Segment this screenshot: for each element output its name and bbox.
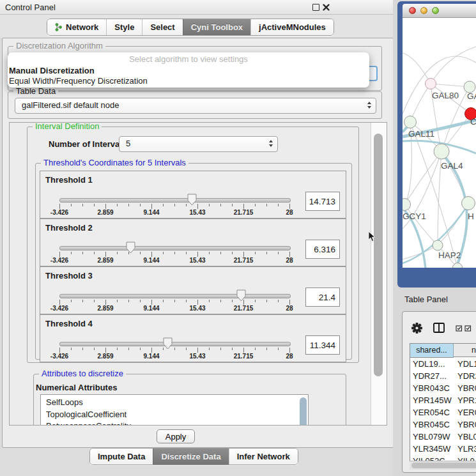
- cell[interactable]: YBR045C: [413, 418, 450, 431]
- popup-option-manual-discretization[interactable]: Manual Discretization: [9, 66, 95, 75]
- popup-option-equal-width-frequency[interactable]: Equal Width/Frequency Discretization: [9, 76, 148, 86]
- cell[interactable]: YBR0: [457, 418, 476, 431]
- slider-thumb[interactable]: [187, 194, 197, 206]
- list-scrollbar[interactable]: [300, 397, 307, 426]
- tab-cyni-toolbox-label: Cyni Toolbox: [191, 22, 243, 32]
- table-row[interactable]: YPR145WYPR1: [410, 394, 476, 406]
- network-icon: [55, 23, 63, 31]
- attributes-group: Attributes to discretize Numerical Attri…: [33, 374, 346, 426]
- threshold-1-value-field[interactable]: 14.713: [305, 192, 340, 211]
- tick-label: 15.43: [189, 209, 205, 216]
- number-of-intervals-combo[interactable]: 5: [119, 136, 278, 152]
- table-panel-box: shared... na YDL19...YDL1 YDR27...YDR2 Y…: [402, 311, 476, 473]
- checkbox-icon[interactable]: [456, 325, 463, 332]
- cell[interactable]: YDR27...: [413, 370, 447, 382]
- close-icon[interactable]: [323, 4, 330, 11]
- slider-track[interactable]: [59, 342, 291, 346]
- bottom-tabs: Impute Data Discretize Data Infer Networ…: [89, 448, 298, 465]
- threshold-2-value-field[interactable]: 6.316: [305, 240, 340, 259]
- checkbox-icon[interactable]: [464, 325, 472, 332]
- tab-impute-data[interactable]: Impute Data: [90, 449, 153, 464]
- close-traffic-light[interactable]: [409, 7, 416, 14]
- thresholds-group-label: Threshold's Coordinates for 5 Intervals: [41, 158, 188, 167]
- slider-ticks: [59, 348, 289, 353]
- threshold-4-value-field[interactable]: 11.344: [305, 335, 340, 355]
- cell[interactable]: YDL1: [457, 358, 476, 370]
- threshold-4-label: Threshold 4: [45, 319, 93, 328]
- table-row[interactable]: YBL079WYBL0: [410, 431, 476, 443]
- slider-track[interactable]: [59, 294, 291, 298]
- tab-jactivemnodules[interactable]: jActiveMNodules: [250, 19, 334, 35]
- network-canvas[interactable]: GAL80 GAL C GAL11 GAL4 GCY1 H HAP2: [403, 18, 476, 268]
- node-gal11[interactable]: [404, 116, 417, 128]
- cell[interactable]: YBL0: [457, 431, 476, 443]
- table-row[interactable]: YBR043CYBR0: [410, 382, 476, 394]
- list-item[interactable]: SelfLoops: [41, 395, 308, 409]
- node-gcy1[interactable]: [403, 199, 411, 211]
- table-row[interactable]: YDL19...YDL1: [410, 358, 476, 370]
- node-hap2[interactable]: [433, 240, 443, 250]
- slider-thumb[interactable]: [236, 289, 246, 302]
- cell[interactable]: YLR345W: [413, 443, 450, 455]
- threshold-1-slider[interactable]: -3.426 2.859 9.144 15.43 21.715 28: [59, 194, 289, 216]
- tick-label: 2.859: [97, 353, 113, 360]
- top-tabs: Network Style Select Cyni Toolbox jActiv…: [47, 19, 334, 36]
- table-data-combo[interactable]: galFiltered.sif default node: [15, 98, 376, 114]
- node-gal80[interactable]: [426, 79, 436, 89]
- label-gal11: GAL11: [408, 129, 434, 139]
- network-window-titlebar[interactable]: [403, 4, 476, 18]
- cell[interactable]: YPR145W: [413, 394, 452, 406]
- tab-cyni-toolbox[interactable]: Cyni Toolbox: [183, 19, 250, 35]
- threshold-3-slider[interactable]: -3.426 2.859 9.144 15.43 21.715 28: [59, 290, 289, 312]
- tab-style[interactable]: Style: [106, 19, 142, 35]
- label-h-cut: H: [468, 211, 474, 221]
- combo-arrows-icon: [269, 140, 273, 147]
- cell[interactable]: YDR2: [457, 370, 476, 382]
- slider-ticks: [59, 204, 289, 209]
- node-gal4[interactable]: [434, 144, 449, 159]
- table-row[interactable]: YDR27...YDR2: [410, 370, 476, 382]
- table-row[interactable]: YLR345WYLR3: [410, 443, 476, 455]
- float-window-icon[interactable]: [312, 4, 319, 11]
- list-item[interactable]: TopologicalCoefficient: [41, 409, 308, 421]
- threshold-2-slider[interactable]: -3.426 2.859 9.144 15.43 21.715 28: [59, 242, 289, 264]
- cell[interactable]: YPR1: [457, 394, 476, 406]
- table-hscrollbar-thumb[interactable]: [411, 463, 476, 468]
- split-columns-icon[interactable]: [433, 323, 445, 333]
- cell[interactable]: YLR3: [457, 443, 476, 455]
- pane-scrollbar-track[interactable]: [371, 123, 387, 425]
- tab-infer-network-label: Infer Network: [237, 452, 290, 461]
- pane-scrollbar-thumb[interactable]: [374, 134, 383, 376]
- minimize-traffic-light[interactable]: [420, 7, 427, 14]
- slider-thumb[interactable]: [163, 337, 173, 349]
- tick-label: 28: [286, 353, 293, 360]
- table-data-label: Table Data: [13, 86, 58, 96]
- node-h-cut[interactable]: [462, 197, 475, 210]
- tick-label: 28: [286, 257, 293, 264]
- cell[interactable]: YBR0: [457, 382, 476, 394]
- tab-select[interactable]: Select: [142, 19, 182, 35]
- zoom-traffic-light[interactable]: [432, 7, 439, 14]
- tab-infer-network[interactable]: Infer Network: [229, 449, 298, 464]
- slider-thumb[interactable]: [126, 242, 135, 254]
- cell[interactable]: YER0: [457, 406, 476, 418]
- apply-button[interactable]: Apply: [157, 429, 195, 443]
- column-header-name[interactable]: na: [454, 344, 476, 357]
- list-item[interactable]: BetweennessCentrality: [41, 420, 308, 426]
- cell[interactable]: YER054C: [413, 406, 450, 418]
- tab-network[interactable]: Network: [47, 19, 106, 35]
- threshold-4-slider[interactable]: -3.426 2.859 9.144 15.43 21.715 28: [59, 338, 289, 360]
- cell[interactable]: YBR043C: [413, 382, 450, 394]
- table-row[interactable]: YBR045CYBR0: [410, 418, 476, 431]
- cell[interactable]: YDL19...: [413, 358, 445, 370]
- table-row[interactable]: YER054CYER0: [410, 406, 476, 418]
- table-hscrollbar-track[interactable]: [410, 461, 476, 470]
- tab-discretize-data[interactable]: Discretize Data: [153, 449, 228, 464]
- slider-track[interactable]: [59, 246, 291, 250]
- gear-icon[interactable]: [411, 323, 422, 334]
- number-of-intervals-value: 5: [126, 139, 130, 148]
- column-header-shared-name[interactable]: shared...: [410, 344, 454, 358]
- threshold-3-value-field[interactable]: 21.4: [305, 288, 340, 307]
- slider-track[interactable]: [59, 198, 291, 203]
- cell[interactable]: YBL079W: [413, 431, 450, 443]
